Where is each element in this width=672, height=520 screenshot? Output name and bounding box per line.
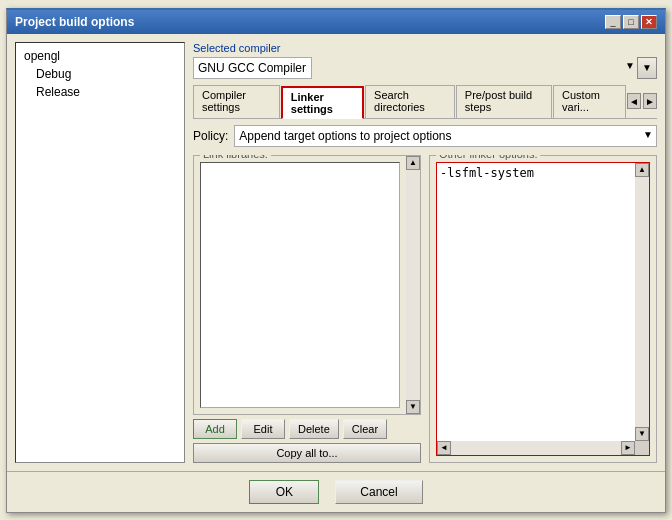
link-libraries-group: Link libraries: ▲ ▼ [193,155,421,415]
link-libraries-panel: Link libraries: ▲ ▼ Add Edit Delete [193,155,421,463]
policy-select-wrapper: Append target options to project options [234,125,657,147]
compiler-select-wrapper: GNU GCC Compiler [193,57,637,79]
tab-linker-settings[interactable]: Linker settings [281,86,364,119]
tab-prepost-build[interactable]: Pre/post build steps [456,85,552,118]
link-libraries-btn-row: Add Edit Delete Clear [193,419,421,439]
main-window: Project build options _ □ ✕ opengl Debug… [6,8,666,513]
link-libraries-scroll-up[interactable]: ▲ [406,156,420,170]
link-libraries-vscroll: ▲ ▼ [406,156,420,414]
compiler-row: GNU GCC Compiler ▼ [193,57,657,79]
other-options-textarea-container: -lsfml-system ▲ ▼ ◄ [436,162,650,456]
ok-button[interactable]: OK [249,480,319,504]
title-bar-buttons: _ □ ✕ [605,15,657,29]
panels-row: Link libraries: ▲ ▼ Add Edit Delete [193,155,657,463]
compiler-label: Selected compiler [193,42,657,54]
other-options-scroll-right[interactable]: ► [621,441,635,455]
tab-prev-button[interactable]: ◄ [627,93,641,109]
title-bar: Project build options _ □ ✕ [7,10,665,34]
tabs-bar: Compiler settings Linker settings Search… [193,85,657,119]
other-options-vscroll: ▲ ▼ [635,163,649,441]
sidebar-item-opengl[interactable]: opengl [16,47,184,65]
policy-row: Policy: Append target options to project… [193,125,657,147]
close-button[interactable]: ✕ [641,15,657,29]
other-options-vscroll-track [635,177,649,427]
clear-button[interactable]: Clear [343,419,387,439]
policy-label: Policy: [193,129,228,143]
compiler-dropdown-button[interactable]: ▼ [637,57,657,79]
maximize-button[interactable]: □ [623,15,639,29]
tab-search-directories[interactable]: Search directories [365,85,455,118]
other-options-value: -lsfml-system [440,166,534,180]
footer: OK Cancel [7,471,665,512]
other-options-content[interactable]: -lsfml-system [437,163,635,441]
policy-select[interactable]: Append target options to project options [234,125,657,147]
link-libraries-scroll-track [406,170,420,400]
window-title: Project build options [15,15,134,29]
other-options-panel: Other linker options: -lsfml-system ▲ ▼ [429,155,657,463]
compiler-select[interactable]: GNU GCC Compiler [193,57,312,79]
link-libraries-scroll-down[interactable]: ▼ [406,400,420,414]
main-panel: Selected compiler GNU GCC Compiler ▼ Com… [185,34,665,471]
tab-compiler-settings[interactable]: Compiler settings [193,85,280,118]
add-button[interactable]: Add [193,419,237,439]
tab-next-button[interactable]: ► [643,93,657,109]
other-options-scroll-left[interactable]: ◄ [437,441,451,455]
other-options-scroll-up[interactable]: ▲ [635,163,649,177]
sidebar-item-release[interactable]: Release [16,83,184,101]
other-options-hscroll-track [451,441,621,455]
tab-custom-vari[interactable]: Custom vari... [553,85,626,118]
other-options-scroll-down[interactable]: ▼ [635,427,649,441]
minimize-button[interactable]: _ [605,15,621,29]
sidebar-item-debug[interactable]: Debug [16,65,184,83]
copy-all-button[interactable]: Copy all to... [193,443,421,463]
delete-button[interactable]: Delete [289,419,339,439]
content-area: opengl Debug Release Selected compiler G… [7,34,665,471]
link-libraries-legend: Link libraries: [200,155,271,160]
link-libraries-listbox[interactable] [200,162,400,408]
scroll-corner [635,441,649,455]
other-options-group: Other linker options: -lsfml-system ▲ ▼ [429,155,657,463]
edit-button[interactable]: Edit [241,419,285,439]
tab-nav: ◄ ► [627,85,657,118]
cancel-button[interactable]: Cancel [335,480,422,504]
other-options-legend: Other linker options: [436,155,540,160]
other-options-hscroll: ◄ ► [437,441,635,455]
sidebar: opengl Debug Release [15,42,185,463]
